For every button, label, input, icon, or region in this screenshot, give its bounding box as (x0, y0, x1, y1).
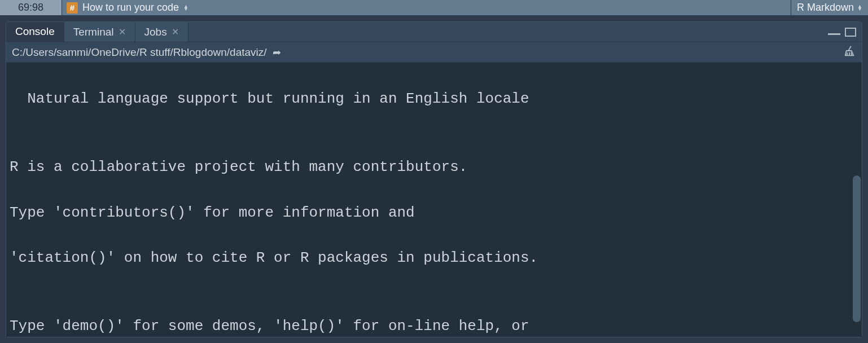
console-line: Natural language support but running in … (10, 87, 858, 110)
document-type-picker[interactable]: R Markdown ▲▼ (791, 0, 868, 15)
heading-hash-icon: # (67, 2, 78, 14)
console-output[interactable]: Natural language support but running in … (6, 63, 862, 337)
editor-status-bar: 69:98 # How to run your code ▲▼ R Markdo… (0, 0, 868, 16)
chevron-updown-icon: ▲▼ (183, 5, 188, 11)
tab-console[interactable]: Console (6, 22, 64, 42)
heading-navigator[interactable]: # How to run your code ▲▼ (62, 0, 791, 15)
console-line: R is a collaborative project with many c… (10, 156, 858, 178)
tab-jobs[interactable]: Jobs ✕ (135, 22, 188, 42)
close-icon[interactable]: ✕ (172, 28, 179, 37)
go-to-directory-icon[interactable]: ➦ (273, 46, 281, 59)
console-line: 'citation()' on how to cite R or R packa… (10, 247, 858, 269)
tab-label: Jobs (144, 26, 167, 38)
close-icon[interactable]: ✕ (119, 28, 126, 37)
chevron-updown-icon: ▲▼ (857, 5, 862, 11)
pane-controls (828, 22, 862, 42)
console-path-bar: C:/Users/sammi/OneDrive/R stuff/Rblogdow… (6, 42, 862, 63)
console-line: Type 'demo()' for some demos, 'help()' f… (10, 315, 858, 337)
clear-console-icon[interactable] (844, 45, 856, 60)
tab-label: Console (15, 25, 55, 38)
console-panel: Console Terminal ✕ Jobs ✕ C:/Users/sammi… (6, 21, 862, 337)
tab-terminal[interactable]: Terminal ✕ (64, 22, 135, 42)
cursor-position: 69:98 (0, 0, 62, 15)
minimize-pane-icon[interactable] (828, 32, 840, 35)
working-directory-path[interactable]: C:/Users/sammi/OneDrive/R stuff/Rblogdow… (12, 46, 267, 59)
console-line: Type 'contributors()' for more informati… (10, 201, 858, 224)
panel-tabstrip: Console Terminal ✕ Jobs ✕ (6, 22, 862, 42)
vertical-scrollbar[interactable] (853, 175, 861, 322)
tab-label: Terminal (73, 26, 114, 38)
maximize-pane-icon[interactable] (845, 28, 856, 37)
heading-label: How to run your code (82, 2, 179, 14)
document-type-label: R Markdown (797, 2, 854, 14)
